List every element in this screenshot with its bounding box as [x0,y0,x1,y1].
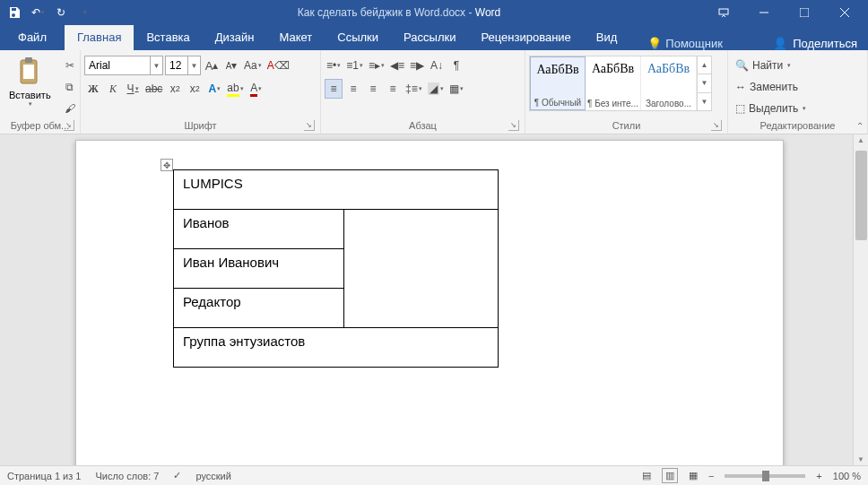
table-move-handle[interactable]: ✥ [161,159,173,171]
close-button[interactable] [824,0,864,25]
find-label: Найти [752,59,783,72]
font-name-input[interactable] [85,56,150,74]
redo-button[interactable]: ↻ [50,2,72,23]
tab-home[interactable]: Главная [65,25,134,50]
maximize-button[interactable] [784,0,824,25]
chevron-down-icon[interactable]: ▼ [187,56,200,74]
ribbon-options-button[interactable] [703,0,743,25]
show-marks-button[interactable]: ¶ [447,56,465,75]
scroll-down-button[interactable]: ▼ [854,455,868,463]
gallery-more-button[interactable]: ▼ [698,93,711,110]
select-button[interactable]: ⬚Выделить▾ [732,99,810,118]
strikethrough-button[interactable]: abc [143,79,164,99]
page-container[interactable]: ✥ LUMPICS Иванов Иван Иванович Редактор … [0,134,868,465]
increase-indent-button[interactable]: ≡▶ [408,56,426,75]
superscript-button[interactable]: x2 [186,79,204,99]
table-cell[interactable]: Группа энтузиастов [174,328,499,368]
font-size-combo[interactable]: ▼ [165,56,201,75]
vertical-scrollbar[interactable]: ▲ ▼ [853,134,868,465]
align-right-button[interactable]: ≡ [364,79,382,99]
web-layout-button[interactable]: ▦ [689,470,698,481]
minimize-button[interactable] [743,0,784,25]
zoom-level[interactable]: 100 % [833,471,861,481]
zoom-out-button[interactable]: − [708,471,714,481]
italic-button[interactable]: К [104,79,122,99]
tab-review[interactable]: Рецензирование [468,25,583,50]
gallery-down-button[interactable]: ▼ [698,74,711,92]
styles-gallery[interactable]: АаБбВв ¶ Обычный АаБбВв ¶ Без инте... Аа… [529,56,712,111]
share-button[interactable]: 👤 Поделиться [773,37,857,50]
font-color-button[interactable]: A▾ [247,79,265,99]
badge-table[interactable]: LUMPICS Иванов Иван Иванович Редактор Гр… [173,169,499,368]
collapse-ribbon-button[interactable]: ⌃ [856,121,864,131]
scrollbar-thumb[interactable] [855,151,867,240]
font-launcher[interactable]: ↘ [304,120,315,131]
align-center-button[interactable]: ≡ [344,79,362,99]
tab-mailings[interactable]: Рассылки [391,25,468,50]
slider-thumb[interactable] [762,471,769,481]
word-count[interactable]: Число слов: 7 [95,471,159,481]
page-status[interactable]: Страница 1 из 1 [7,471,81,481]
bold-button[interactable]: Ж [84,79,102,99]
multilevel-button[interactable]: ≡▸▾ [367,56,386,75]
replace-button[interactable]: ↔Заменить [732,77,810,97]
line-spacing-button[interactable]: ‡≡▾ [404,79,424,99]
tab-insert[interactable]: Вставка [134,25,202,50]
numbering-button[interactable]: ≡1▾ [344,56,365,75]
bullets-button[interactable]: ≡•▾ [325,56,343,75]
gallery-up-button[interactable]: ▲ [698,56,711,74]
language-status[interactable]: русский [195,471,230,481]
document-page[interactable]: ✥ LUMPICS Иванов Иван Иванович Редактор … [75,140,784,465]
proofing-icon[interactable]: ✓ [173,470,181,481]
zoom-slider[interactable] [725,474,805,478]
copy-button[interactable]: ⧉ [60,77,80,97]
cut-button[interactable]: ✂ [60,56,80,75]
shrink-font-button[interactable]: A▾ [222,56,240,75]
align-left-button[interactable]: ≡ [325,79,343,99]
tell-me[interactable]: 💡 Помощник [647,37,723,50]
decrease-indent-button[interactable]: ◀≡ [388,56,406,75]
table-cell[interactable] [344,210,499,328]
highlight-button[interactable]: ab▾ [225,79,245,99]
shading-button[interactable]: ◢▾ [426,79,446,99]
sort-button[interactable]: A↓ [428,56,446,75]
font-name-combo[interactable]: ▼ [84,56,163,75]
table-cell[interactable]: Иванов [174,210,344,249]
table-cell[interactable]: Редактор [174,289,344,328]
tab-view[interactable]: Вид [584,25,630,50]
paragraph-launcher[interactable]: ↘ [508,120,519,131]
tab-file[interactable]: Файл [0,25,65,50]
underline-button[interactable]: Ч▾ [124,79,142,99]
styles-launcher[interactable]: ↘ [711,120,722,131]
style-no-spacing[interactable]: АаБбВв ¶ Без инте... [586,56,641,110]
tab-layout[interactable]: Макет [266,25,325,50]
paste-button[interactable]: Вставить ▾ [4,52,56,111]
change-case-button[interactable]: Aa▾ [242,56,264,75]
justify-button[interactable]: ≡ [384,79,402,99]
format-painter-button[interactable]: 🖌 [60,99,80,118]
undo-button[interactable]: ↶▾ [27,2,48,23]
find-button[interactable]: 🔍Найти▾ [732,56,810,75]
clear-format-button[interactable]: A⌫ [265,56,291,75]
borders-button[interactable]: ▦▾ [447,79,465,99]
tab-design[interactable]: Дизайн [203,25,267,50]
style-normal[interactable]: АаБбВв ¶ Обычный [530,56,586,110]
subscript-button[interactable]: x2 [166,79,184,99]
save-button[interactable] [4,2,25,23]
read-mode-button[interactable]: ▤ [642,470,651,481]
table-cell[interactable]: LUMPICS [174,170,499,210]
tell-me-label: Помощник [665,37,723,50]
clipboard-launcher[interactable]: ↘ [64,120,74,131]
text-effects-button[interactable]: A▾ [205,79,223,99]
chevron-down-icon[interactable]: ▼ [150,56,162,74]
print-layout-button[interactable]: ▥ [662,468,678,483]
qat-customize[interactable]: ▾ [74,2,95,23]
tab-references[interactable]: Ссылки [325,25,391,50]
grow-font-button[interactable]: A▴ [203,56,221,75]
style-heading1[interactable]: АаБбВв Заголово... [641,56,697,110]
quick-access-toolbar: ↶▾ ↻ ▾ [4,2,95,23]
font-size-input[interactable] [166,56,187,74]
scroll-up-button[interactable]: ▲ [854,136,868,144]
table-cell[interactable]: Иван Иванович [174,249,344,289]
zoom-in-button[interactable]: + [816,471,821,481]
